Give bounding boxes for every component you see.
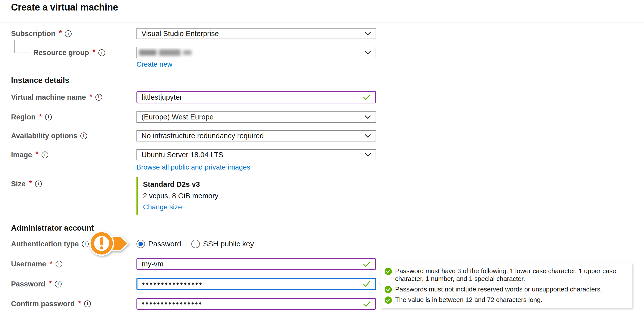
vm-name-input[interactable]: littlestjupyter [136, 91, 376, 103]
subscription-value: Visual Studio Enterprise [141, 30, 219, 38]
resource-group-label: Resource group * [33, 47, 105, 58]
hierarchy-connector-horizontal [14, 53, 30, 53]
username-input[interactable]: my-vm [136, 258, 376, 270]
required-asterisk: * [36, 150, 39, 158]
password-requirements-tooltip: Password must have 3 of the following: 1… [381, 263, 632, 308]
section-instance-details: Instance details [11, 76, 69, 85]
hierarchy-connector-vertical [14, 40, 15, 53]
username-label: Username * [11, 258, 62, 270]
region-dropdown[interactable]: (Europe) West Europe [136, 111, 376, 123]
required-asterisk: * [78, 299, 81, 307]
check-badge-icon [385, 296, 392, 304]
info-icon[interactable] [80, 132, 87, 139]
size-specs: 2 vcpus, 8 GiB memory [143, 192, 218, 200]
create-vm-page: Create a virtual machine Subscription * … [0, 0, 644, 319]
check-badge-icon [385, 268, 392, 275]
required-asterisk: * [92, 48, 95, 56]
section-administrator-account: Administrator account [11, 224, 94, 233]
radio-unselected-icon [191, 240, 200, 248]
size-label: Size * [11, 178, 42, 189]
info-icon[interactable] [56, 261, 62, 267]
valid-check-icon [363, 281, 371, 287]
password-input[interactable]: •••••••••••••••• [136, 278, 376, 290]
required-asterisk: * [39, 112, 42, 121]
chevron-down-icon [365, 134, 371, 138]
image-dropdown[interactable]: Ubuntu Server 18.04 LTS [136, 149, 376, 160]
password-masked-value: •••••••••••••••• [142, 279, 203, 288]
subscription-label: Subscription * [11, 28, 72, 39]
radio-selected-icon [136, 240, 145, 248]
availability-options-value: No infrastructure redundancy required [141, 132, 264, 140]
authentication-type-radio-group: Password SSH public key [136, 238, 254, 249]
region-label: Region * [11, 111, 52, 123]
valid-check-icon [363, 301, 371, 307]
info-icon[interactable] [95, 94, 102, 101]
vm-name-label: Virtual machine name * [11, 91, 102, 103]
requirement-text: Password must have 3 of the following: 1… [395, 267, 627, 283]
authentication-type-label: Authentication type [11, 238, 89, 249]
availability-options-dropdown[interactable]: No infrastructure redundancy required [136, 130, 376, 141]
info-icon[interactable] [98, 49, 105, 56]
required-asterisk: * [50, 259, 53, 268]
chevron-down-icon [365, 51, 371, 55]
confirm-password-input[interactable]: •••••••••••••••• [136, 298, 376, 310]
browse-images-link[interactable]: Browse all public and private images [136, 163, 250, 171]
size-name: Standard D2s v3 [143, 180, 218, 189]
check-badge-icon [385, 286, 392, 293]
info-icon[interactable] [65, 30, 72, 37]
valid-check-icon [363, 261, 371, 267]
availability-options-label: Availability options [11, 130, 87, 141]
create-new-link[interactable]: Create new [136, 60, 172, 68]
chevron-down-icon [365, 115, 371, 119]
chevron-down-icon [365, 32, 371, 36]
confirm-password-label: Confirm password * [11, 298, 91, 310]
chevron-down-icon [365, 153, 371, 157]
image-value: Ubuntu Server 18.04 LTS [141, 151, 223, 159]
required-asterisk: * [29, 179, 32, 187]
resource-group-value-redacted [139, 49, 192, 56]
radio-option-password[interactable]: Password [136, 240, 181, 248]
size-summary: Standard D2s v3 2 vcpus, 8 GiB memory Ch… [136, 177, 218, 215]
requirement-item: Passwords must not include reserved word… [385, 285, 627, 293]
page-title: Create a virtual machine [11, 2, 118, 13]
requirement-item: Password must have 3 of the following: 1… [385, 267, 627, 283]
valid-check-icon [363, 94, 371, 100]
region-value: (Europe) West Europe [141, 113, 214, 121]
image-label: Image * [11, 149, 48, 160]
info-icon[interactable] [84, 300, 91, 307]
password-label: Password * [11, 278, 62, 290]
requirement-item: The value is in between 12 and 72 charac… [385, 296, 627, 304]
exclamation-arrow-annotation-icon [87, 228, 132, 258]
radio-option-ssh-public-key[interactable]: SSH public key [191, 240, 254, 248]
info-icon[interactable] [55, 281, 62, 287]
required-asterisk: * [59, 29, 62, 37]
required-asterisk: * [89, 92, 92, 101]
required-asterisk: * [49, 279, 52, 287]
username-value: my-vm [142, 260, 164, 268]
requirement-text: Passwords must not include reserved word… [395, 285, 602, 293]
requirement-text: The value is in between 12 and 72 charac… [395, 296, 542, 304]
info-icon[interactable] [42, 151, 48, 158]
change-size-link[interactable]: Change size [143, 203, 218, 211]
info-icon[interactable] [45, 114, 52, 120]
info-icon[interactable] [35, 181, 42, 187]
vm-name-value: littlestjupyter [142, 93, 182, 101]
subscription-dropdown[interactable]: Visual Studio Enterprise [136, 28, 376, 39]
confirm-password-masked-value: •••••••••••••••• [142, 299, 203, 308]
title-divider [0, 23, 644, 23]
